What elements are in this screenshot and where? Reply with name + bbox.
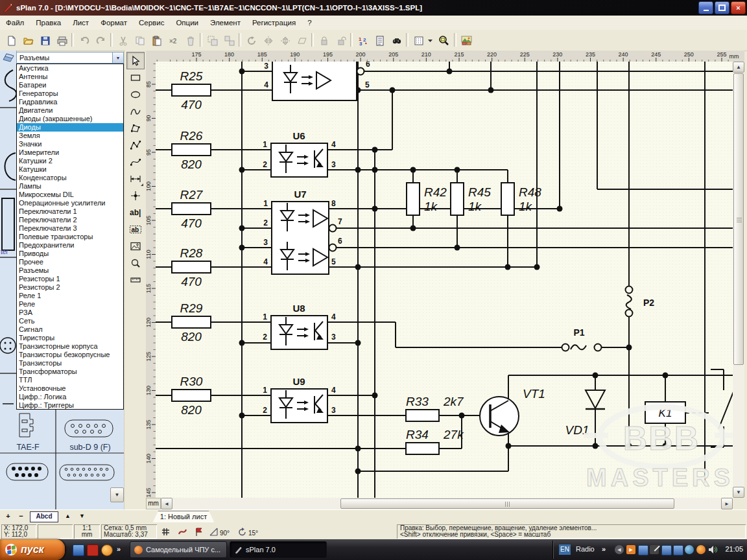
menu-sheet[interactable]: Лист: [67, 17, 95, 29]
tray-browser-icon[interactable]: [696, 545, 706, 554]
category-item[interactable]: Двигатели: [17, 106, 123, 115]
category-item[interactable]: Земля: [17, 132, 123, 140]
category-item[interactable]: Переключатели 1: [17, 207, 123, 216]
new-icon[interactable]: [3, 32, 20, 49]
component-R29[interactable]: R29 820: [172, 301, 211, 344]
flag-icon[interactable]: [194, 527, 204, 537]
zoom-window-icon[interactable]: [435, 32, 453, 49]
scroll-right-icon[interactable]: ►: [721, 498, 733, 509]
tray-player-icon[interactable]: ►: [626, 545, 635, 554]
category-item[interactable]: Приводы: [17, 250, 123, 258]
task-button-browser[interactable]: Самодельный ЧПУ с...: [130, 541, 227, 558]
category-item[interactable]: Катушки 2: [17, 157, 123, 165]
category-item[interactable]: Измерители: [17, 148, 123, 157]
move-up-button[interactable]: ▲: [62, 512, 73, 521]
category-item[interactable]: Реле 1: [17, 292, 123, 300]
mirror-vertical-icon[interactable]: [276, 32, 294, 49]
zoom-tool-icon[interactable]: [126, 254, 145, 272]
category-item[interactable]: Транзисторы безкорпусные: [17, 351, 123, 359]
category-item[interactable]: Диоды (закрашенные): [17, 115, 123, 123]
component-R42[interactable]: R42 1k: [407, 183, 447, 215]
category-item[interactable]: Трансформаторы: [17, 368, 123, 376]
component-U9[interactable]: U9 1 2 4 3: [263, 376, 336, 423]
undo-icon[interactable]: [75, 32, 93, 49]
dropdown-arrow-icon[interactable]: ▼: [112, 52, 123, 63]
menu-format[interactable]: Формат: [95, 17, 133, 29]
component-R25[interactable]: R25 470: [172, 69, 211, 111]
measure-tool-icon[interactable]: [126, 271, 145, 288]
grid-dropdown-icon[interactable]: [425, 32, 435, 49]
component-U6[interactable]: U6 1 2 4 3: [263, 130, 336, 177]
close-button[interactable]: ×: [731, 1, 746, 14]
task-button-splan[interactable]: sPlan 7.0: [230, 541, 327, 558]
vertical-scroll-thumb[interactable]: [733, 73, 744, 365]
image-tool-icon[interactable]: [126, 237, 145, 255]
node-tool-icon[interactable]: [126, 187, 145, 204]
quick-launch-desktop-icon[interactable]: [73, 544, 84, 556]
language-indicator[interactable]: EN: [559, 544, 571, 555]
scroll-up-icon[interactable]: ▲: [733, 62, 744, 73]
renumber-icon[interactable]: 123: [354, 32, 372, 49]
polygon-tool-icon[interactable]: [126, 119, 145, 137]
tray-radio-label[interactable]: Radio: [576, 545, 595, 553]
copy-icon[interactable]: [131, 32, 148, 49]
tray-network-icon[interactable]: [638, 545, 648, 555]
freehand-snap-icon[interactable]: [178, 527, 188, 537]
component-U7[interactable]: U7 1 2 3 4 8 7 6 5: [263, 189, 342, 274]
grid-icon[interactable]: [410, 32, 427, 49]
tray-pencil-icon[interactable]: [650, 545, 659, 554]
redo-icon[interactable]: [92, 32, 110, 49]
horizontal-scrollbar[interactable]: mm ◄ ►: [146, 498, 744, 509]
category-item[interactable]: Полевые транзисторы: [17, 233, 123, 241]
angle-icon[interactable]: [209, 527, 219, 537]
library-dropdown[interactable]: Разъемы ▼: [16, 52, 124, 64]
delete-icon[interactable]: [182, 32, 199, 49]
category-item[interactable]: Установочные: [17, 384, 123, 393]
component-R28[interactable]: R28 470: [172, 246, 211, 288]
component-VT1[interactable]: VT1: [480, 387, 545, 436]
text-tool-icon[interactable]: ab|: [126, 204, 145, 221]
component-R48[interactable]: R48 1k: [501, 183, 541, 215]
grid-toggle-icon[interactable]: [161, 527, 171, 537]
component-P1[interactable]: P1: [562, 327, 602, 351]
polyline-tool-icon[interactable]: [126, 136, 145, 154]
lock-icon[interactable]: [315, 32, 333, 49]
quick-launch-media-icon[interactable]: [87, 544, 99, 556]
tray-back-icon[interactable]: ◄: [615, 545, 624, 554]
search-icon[interactable]: [388, 32, 405, 49]
category-item[interactable]: Тиристоры: [17, 334, 123, 342]
move-down-button[interactable]: ▼: [77, 512, 88, 521]
tray-network2-icon[interactable]: [661, 545, 672, 555]
scroll-down-icon[interactable]: ▼: [733, 487, 744, 498]
menu-file[interactable]: Файл: [0, 17, 30, 29]
component-U8[interactable]: U8 1 2 4 3: [263, 303, 336, 349]
ungroup-icon[interactable]: [220, 32, 238, 49]
transform-icon[interactable]: [293, 32, 311, 49]
category-item[interactable]: Микросхемы DIL: [17, 191, 123, 199]
canvas[interactable]: R25 470 R26 820 R27 470 R28 470 R29: [156, 62, 733, 498]
category-item[interactable]: Цифр.: Логика: [17, 393, 123, 401]
menu-options[interactable]: Опции: [170, 17, 204, 29]
category-item[interactable]: Предохранители: [17, 241, 123, 250]
menu-element[interactable]: Элемент: [204, 17, 246, 29]
category-item[interactable]: Переключатели 3: [17, 224, 123, 233]
component-U5[interactable]: 3 4 6 5: [264, 62, 370, 100]
category-item[interactable]: Катушки: [17, 165, 123, 174]
rectangle-tool-icon[interactable]: [126, 69, 145, 86]
vertical-scrollbar[interactable]: ▲ ▼: [733, 62, 744, 498]
component-P2[interactable]: P2: [626, 286, 655, 317]
minimize-button[interactable]: [698, 1, 713, 14]
category-item[interactable]: РЗА: [17, 309, 123, 317]
component-R34[interactable]: R34 27k: [406, 428, 464, 454]
category-item[interactable]: Гидравлика: [17, 98, 123, 106]
category-item[interactable]: Реле: [17, 300, 123, 309]
category-item[interactable]: Разъемы: [17, 266, 123, 275]
component-R45[interactable]: R45 1k: [451, 183, 491, 215]
open-icon[interactable]: [19, 32, 37, 49]
category-item[interactable]: Сеть: [17, 317, 123, 325]
text-box-tool-icon[interactable]: ab: [126, 220, 145, 238]
category-item[interactable]: Резисторы 1: [17, 275, 123, 283]
component-R26[interactable]: R26 820: [172, 129, 211, 171]
parts-list-icon[interactable]: [371, 32, 388, 49]
component-R33[interactable]: R33 2k7: [406, 395, 464, 421]
